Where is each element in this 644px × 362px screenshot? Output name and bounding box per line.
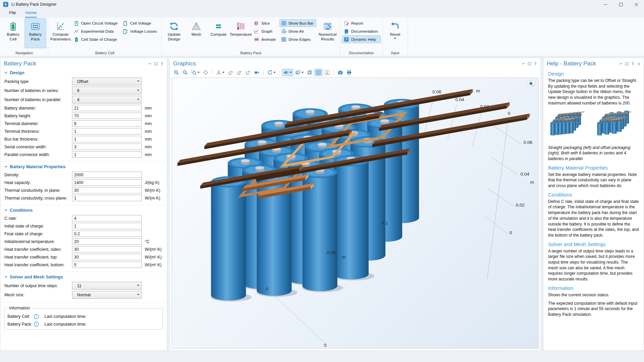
field-label: Final state of charge:: [4, 232, 72, 236]
heat-capacity-field[interactable]: [72, 179, 142, 186]
speaker-button[interactable]: [282, 69, 293, 76]
camera-projection-button[interactable]: [253, 69, 261, 76]
menu-file[interactable]: File: [9, 10, 16, 18]
close-button[interactable]: [629, 0, 644, 9]
svg-text:0: 0: [266, 286, 268, 292]
close-icon[interactable]: [637, 62, 640, 65]
ribbon-button-numerical-results[interactable]: Numerical Results: [317, 18, 338, 48]
grid-button[interactable]: [314, 69, 323, 76]
ribbon-button-update-design[interactable]: Update Design: [163, 18, 185, 48]
unit-label: °C: [145, 239, 149, 244]
view-xy-button[interactable]: xy: [227, 69, 235, 76]
view-xz-button[interactable]: xz: [244, 69, 252, 76]
initial-state-of-charge-field[interactable]: [72, 223, 142, 229]
ribbon-button-cell-state-of-charge[interactable]: Cell State of Charge: [72, 35, 120, 43]
thermal-conductivity-cross-plane-field[interactable]: [72, 195, 142, 201]
zoom-out-button[interactable]: [181, 69, 189, 76]
field-label: Number of output time steps:: [4, 283, 72, 288]
collapse-icon[interactable]: [148, 62, 151, 65]
minimize-button[interactable]: [598, 0, 613, 9]
ribbon-button-battery-cell[interactable]: Battery Cell: [2, 18, 24, 48]
ribbon-button-cell-voltage[interactable]: Cell Voltage: [121, 19, 160, 27]
density-field[interactable]: [72, 172, 142, 178]
number-of-batteries-in-series-dropdown[interactable]: 6: [72, 87, 142, 94]
maximize-button[interactable]: [613, 0, 629, 9]
heat-transfer-coefficient-sides-field[interactable]: [72, 246, 142, 252]
zoom-box-button[interactable]: [190, 69, 201, 76]
scene-cube-button[interactable]: [294, 69, 305, 76]
rotate-button[interactable]: [266, 69, 277, 76]
parallel-connector-width-field[interactable]: [72, 151, 142, 158]
default-3d-view-icon: [216, 70, 222, 75]
terminal-thickness-field[interactable]: [72, 128, 142, 134]
ribbon-button-experimental-data[interactable]: Experimental Data: [72, 27, 120, 35]
tab-home[interactable]: Home: [25, 10, 37, 18]
initial-external-temperature-field[interactable]: [72, 238, 142, 245]
serial-connector-width-field[interactable]: [72, 144, 142, 150]
zoom-in-button[interactable]: [172, 69, 180, 76]
float-icon[interactable]: [154, 62, 158, 65]
section-header-design[interactable]: Design: [4, 68, 163, 77]
collapse-icon[interactable]: [619, 62, 622, 65]
c-rate-field[interactable]: [72, 215, 142, 221]
print-button[interactable]: [345, 69, 353, 76]
float-icon[interactable]: [625, 62, 629, 65]
ribbon-button-mesh[interactable]: Mesh: [185, 18, 207, 48]
graphics-canvas[interactable]: 0.060.04m0.0200.060.04m0.0200.10.05m00: [172, 78, 539, 349]
form-row-bus-bar-thickness: Bus bar thickness:mm: [4, 135, 163, 143]
pin-icon[interactable]: [631, 62, 635, 66]
ribbon-button-animate[interactable]: Animate: [252, 35, 278, 43]
default-3d-view-button[interactable]: [215, 69, 226, 76]
collapse-icon[interactable]: [522, 62, 525, 65]
svg-text:0.06: 0.06: [523, 140, 532, 145]
ribbon-button-documentation[interactable]: Documentation: [342, 27, 380, 35]
final-state-of-charge-field[interactable]: [72, 231, 142, 237]
ribbon-button-temperature[interactable]: Temperature: [230, 18, 251, 48]
terminal-diameter-field[interactable]: [72, 120, 142, 127]
ribbon-group-label: Battery Cell: [50, 51, 160, 56]
battery-diameter-field[interactable]: [72, 105, 142, 111]
ribbon-button-report[interactable]: Report: [342, 19, 380, 27]
ribbon-button-show-air[interactable]: Show Air: [279, 27, 316, 35]
view-yz-button[interactable]: yz: [235, 69, 243, 76]
cell-voltage-icon: [123, 21, 128, 26]
pin-icon[interactable]: [534, 62, 537, 66]
battery-height-field[interactable]: [72, 113, 142, 119]
ribbon-button-dynamic-help[interactable]: ?Dynamic Help: [342, 35, 380, 43]
ribbon-button-show-bus-bar[interactable]: Show Bus Bar: [279, 19, 316, 27]
pin-icon[interactable]: [160, 62, 164, 66]
unit-label: W/(m·K): [145, 196, 160, 201]
ribbon-button-battery-pack[interactable]: Battery Pack: [25, 18, 46, 48]
ribbon-button-graph[interactable]: Graph: [252, 27, 278, 35]
information-groupbox: Information Battery Cell:iLast computati…: [4, 308, 163, 330]
section-header-battery-material-properties[interactable]: Battery Material Properties: [4, 162, 163, 171]
reset-view-icon[interactable]: [528, 81, 535, 86]
chevron-down-icon: [137, 285, 139, 286]
thermal-conductivity-in-plane-field[interactable]: [72, 187, 142, 193]
zoom-extents-button[interactable]: [202, 69, 210, 76]
ribbon-button-reset[interactable]: Reset: [384, 18, 406, 48]
mesh-size-dropdown[interactable]: Normal: [72, 291, 142, 299]
heat-transfer-coefficient-top-field[interactable]: [72, 254, 142, 260]
ribbon-button-slice[interactable]: Slice: [252, 19, 278, 27]
ribbon-button-show-edges[interactable]: Show Edges: [279, 35, 316, 43]
field-label: Serial connector width:: [4, 145, 72, 149]
bus-bar-thickness-field[interactable]: [72, 136, 142, 142]
number-of-batteries-in-parallel-dropdown[interactable]: 4: [72, 96, 142, 103]
number-of-output-time-steps-dropdown[interactable]: 11: [72, 282, 142, 290]
heat-transfer-coefficient-bottom-field[interactable]: [72, 262, 142, 268]
help-heading: Battery Material Properties: [548, 165, 639, 171]
screenshot-button[interactable]: [336, 69, 344, 76]
chevron-down-icon: [137, 99, 139, 100]
packing-type-dropdown[interactable]: Offset: [72, 78, 142, 85]
ribbon-button-label: Cell State of Charge: [81, 37, 117, 42]
float-icon[interactable]: [528, 62, 531, 65]
ribbon-button-compute[interactable]: Compute: [208, 18, 229, 48]
ribbon-button-voltage-losses[interactable]: Voltage Losses: [121, 27, 160, 35]
axis-box-button[interactable]: [323, 69, 331, 76]
section-header-conditions[interactable]: Conditions: [4, 206, 163, 214]
ribbon-button-open-circuit-voltage[interactable]: Open Circuit Voltage: [72, 19, 120, 27]
wireframe-cube-button[interactable]: [306, 69, 314, 76]
ribbon-button-compute-parameters[interactable]: Compute Parameters: [50, 18, 71, 48]
section-header-solver-and-mesh-settings[interactable]: Solver and Mesh Settings: [4, 273, 163, 281]
